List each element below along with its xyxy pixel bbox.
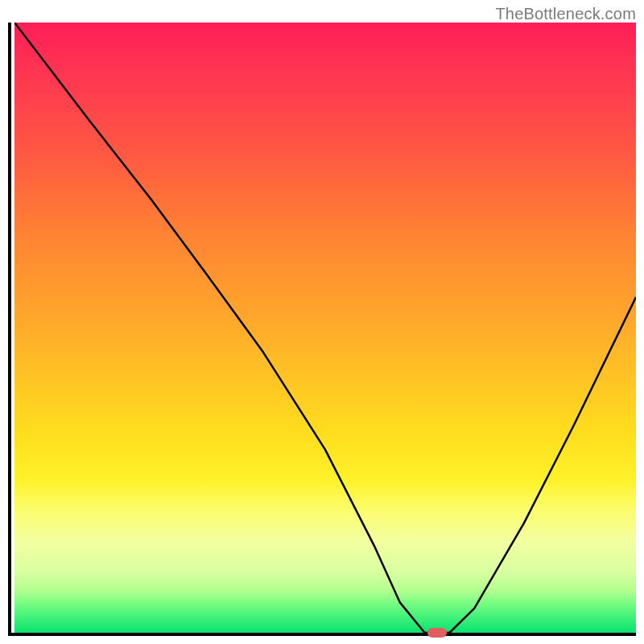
data-curve [14, 23, 636, 633]
watermark-text: TheBottleneck.com [495, 5, 636, 23]
line-plot [14, 23, 636, 633]
plot-frame [8, 23, 636, 636]
chart-container: TheBottleneck.com [0, 0, 644, 644]
optimal-marker [427, 628, 447, 638]
